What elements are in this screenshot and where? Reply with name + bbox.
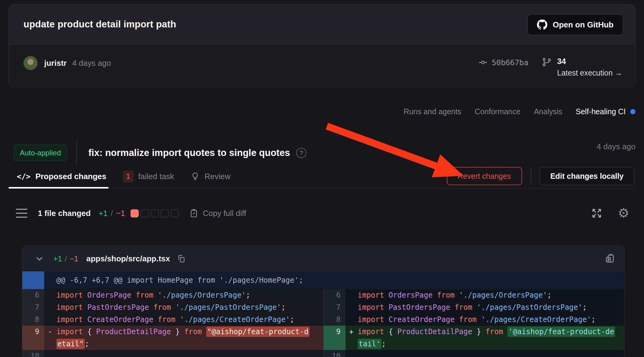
- commit-icon: [478, 58, 488, 67]
- nav-runs-and-agents[interactable]: Runs and agents: [404, 107, 461, 116]
- code-text: [358, 350, 624, 357]
- button-separator: [531, 168, 531, 184]
- diffstat-squares: [131, 209, 179, 217]
- code-text: import PastOrdersPage from './pages/Past…: [56, 301, 323, 313]
- tab-review[interactable]: Review: [191, 172, 231, 181]
- diff-line-left-7: 7import PastOrdersPage from './pages/Pas…: [22, 301, 323, 313]
- vertical-divider: [76, 140, 77, 166]
- diff-pane-new: 6import OrdersPage from './pages/OrdersP…: [324, 289, 624, 357]
- commit-meta-section: juristr 4 days ago 50b667ba 34 Latest ex…: [9, 44, 635, 87]
- diff-line-right-8: 8import CreateOrderPage from './pages/Cr…: [324, 313, 624, 326]
- line-number: 8: [324, 313, 345, 326]
- file-diff-totals: +1 / −1: [53, 254, 78, 263]
- top-nav: Runs and agents Conformance Analysis Sel…: [404, 107, 635, 116]
- avatar: [23, 56, 38, 70]
- copy-path-icon[interactable]: [177, 254, 186, 263]
- latest-execution-link[interactable]: Latest execution →: [557, 69, 622, 77]
- active-tab-underline: [9, 187, 109, 189]
- diff-pane-old: 6import OrdersPage from './pages/OrdersP…: [22, 289, 324, 357]
- line-number: 7: [324, 301, 345, 313]
- revert-changes-button[interactable]: Revert changes: [447, 167, 522, 185]
- notification-dot: [630, 109, 635, 114]
- open-on-github-button[interactable]: Open on GitHub: [528, 14, 623, 35]
- diff-line-right-6: 6import OrdersPage from './pages/OrdersP…: [324, 289, 624, 301]
- tab-proposed-changes[interactable]: </> Proposed changes: [17, 172, 106, 181]
- code-text: import { ProductDetailPage } from "@aish…: [56, 326, 323, 350]
- commit-sha-link[interactable]: 50b667ba: [478, 58, 528, 67]
- expand-fullscreen-icon[interactable]: [591, 207, 603, 219]
- commit-header-card: update product detail import path Open o…: [9, 4, 635, 87]
- git-branch-icon: [542, 57, 552, 67]
- page-title: update product detail import path: [23, 19, 176, 30]
- diff-line-right-10: 10: [324, 350, 624, 357]
- copy-file-diff-icon[interactable]: [605, 253, 615, 264]
- copy-full-diff-button[interactable]: Copy full diff: [189, 208, 246, 218]
- diff-line-right-9: 9+import { ProductDetailPage } from '@ai…: [324, 326, 624, 350]
- line-number: 7: [22, 301, 44, 313]
- code-text: import OrdersPage from './pages/OrdersPa…: [358, 289, 624, 301]
- line-number: 6: [324, 289, 345, 301]
- code-text: import { ProductDetailPage } from '@aish…: [358, 326, 624, 350]
- diff-card: +1 / −1 apps/shop/src/app.tsx @@ -6,7 +6…: [22, 246, 624, 357]
- nav-self-healing-ci[interactable]: Self-healing CI: [576, 107, 635, 116]
- tabs-row: </> Proposed changes 1 failed task Revie…: [9, 167, 635, 189]
- clipboard-icon: [189, 208, 199, 218]
- chevron-down-icon[interactable]: [34, 254, 44, 263]
- commit-meta: 50b667ba 34 Latest execution →: [478, 57, 622, 77]
- help-icon[interactable]: ?: [296, 148, 306, 158]
- code-text: import PastOrdersPage from './pages/Past…: [358, 301, 624, 313]
- diff-marker: +: [345, 326, 358, 350]
- diff-marker: [345, 289, 358, 301]
- file-list-menu-icon[interactable]: [16, 209, 27, 218]
- code-icon: </>: [17, 172, 30, 181]
- diff-line-left-10: 10: [22, 350, 323, 357]
- code-text: import CreateOrderPage from './pages/Cre…: [56, 313, 323, 326]
- execution-count: 34: [557, 57, 622, 66]
- diffstat-square: [131, 209, 139, 217]
- fix-time-ago: 4 days ago: [597, 142, 635, 151]
- failed-count-badge: 1: [123, 171, 134, 182]
- tab-failed-task[interactable]: 1 failed task: [123, 171, 174, 182]
- diff-marker: [44, 289, 56, 301]
- status-badge: Auto-applied: [14, 145, 67, 161]
- commit-title-section: update product detail import path Open o…: [9, 5, 635, 44]
- diff-marker: -: [44, 326, 56, 350]
- line-number: 10: [22, 350, 44, 357]
- fix-title: fix: normalize import quotes to single q…: [88, 147, 290, 158]
- diff-totals: +1 / −1: [98, 209, 125, 218]
- diffstat-square: [161, 209, 169, 217]
- hunk-gutter: [22, 271, 44, 289]
- nav-analysis[interactable]: Analysis: [534, 107, 562, 116]
- hunk-header-row: @@ -6,7 +6,7 @@ import HomePage from './…: [22, 271, 624, 289]
- diffstat-square: [151, 209, 159, 217]
- split-diff: 6import OrdersPage from './pages/OrdersP…: [22, 289, 624, 357]
- lightbulb-icon: [191, 172, 200, 181]
- file-header: +1 / −1 apps/shop/src/app.tsx: [22, 246, 624, 271]
- file-path: apps/shop/src/app.tsx: [86, 254, 170, 263]
- diff-marker: [345, 350, 358, 357]
- gear-icon[interactable]: ⚙: [618, 207, 629, 220]
- edit-changes-locally-button[interactable]: Edit changes locally: [540, 167, 634, 185]
- diff-line-left-8: 8import CreateOrderPage from './pages/Cr…: [22, 313, 323, 326]
- author-name: juristr: [44, 58, 67, 68]
- fix-summary-row: Auto-applied fix: normalize import quote…: [14, 140, 635, 166]
- diff-marker: [345, 301, 358, 313]
- open-on-github-label: Open on GitHub: [553, 20, 614, 30]
- files-changed-label: 1 file changed: [38, 209, 91, 218]
- code-text: [56, 350, 323, 357]
- diff-line-left-6: 6import OrdersPage from './pages/OrdersP…: [22, 289, 323, 301]
- diff-line-right-7: 7import PastOrdersPage from './pages/Pas…: [324, 301, 624, 313]
- code-text: import CreateOrderPage from './pages/Cre…: [358, 313, 624, 326]
- line-number: 8: [22, 313, 44, 326]
- diff-marker: [44, 313, 56, 326]
- line-number: 9: [324, 326, 345, 350]
- code-text: import OrdersPage from './pages/OrdersPa…: [56, 289, 323, 301]
- diffstat-square: [141, 209, 149, 217]
- line-number: 9: [22, 326, 44, 350]
- hunk-header-text: @@ -6,7 +6,7 @@ import HomePage from './…: [44, 271, 303, 289]
- nav-conformance[interactable]: Conformance: [475, 107, 521, 116]
- line-number: 6: [22, 289, 44, 301]
- authored-time: 4 days ago: [72, 58, 111, 68]
- diff-marker: [345, 313, 358, 326]
- execution-info: 34 Latest execution →: [542, 57, 622, 77]
